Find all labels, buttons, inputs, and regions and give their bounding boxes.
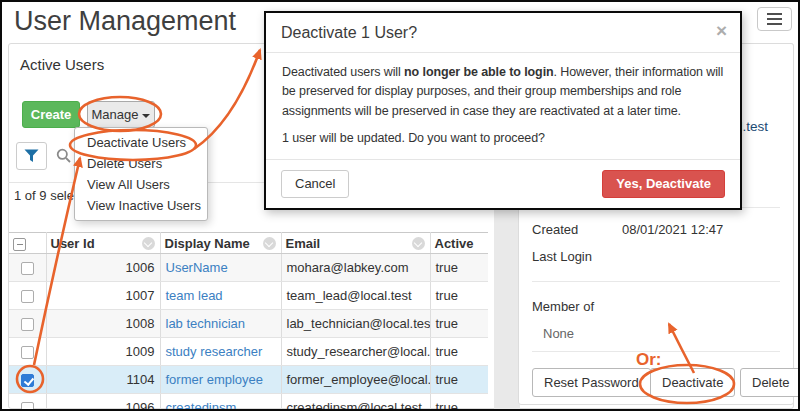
user-id-cell: 1008 — [46, 310, 160, 338]
grid-body: 1006UserNamemohara@labkey.comtrue1007tea… — [9, 254, 488, 410]
display-name-cell: study researcher — [160, 338, 281, 366]
search-icon — [56, 148, 72, 168]
display-name-cell: team lead — [160, 282, 281, 310]
close-icon[interactable]: × — [716, 21, 727, 40]
deactivate-button[interactable]: Deactivate — [650, 368, 735, 397]
column-header-user-id[interactable]: User Id — [46, 233, 160, 254]
table-row[interactable]: 1104former employeeformer_employee@local… — [9, 366, 488, 394]
row-checkbox-cell[interactable] — [9, 394, 46, 410]
user-id-cell: 1104 — [46, 366, 160, 394]
row-checkbox-cell[interactable] — [9, 366, 46, 394]
manage-menu: Deactivate UsersDelete UsersView All Use… — [74, 127, 208, 221]
email-cell: lab_technician@local.test — [281, 310, 430, 338]
email-cell: createdinsm@local.test — [281, 394, 430, 410]
display-name-cell: former employee — [160, 366, 281, 394]
filter-button[interactable] — [16, 142, 47, 170]
funnel-icon — [24, 149, 39, 163]
row-checkbox-cell[interactable] — [9, 338, 46, 366]
reset-password-button[interactable]: Reset Password — [532, 368, 651, 397]
row-checkbox-cell[interactable] — [9, 310, 46, 338]
row-checkbox[interactable] — [21, 290, 34, 303]
user-id-cell: 1009 — [46, 338, 160, 366]
active-cell: true — [430, 282, 488, 310]
table-header-row: User Id Display Name Email Active — [9, 233, 488, 254]
yes-deactivate-button[interactable]: Yes, Deactivate — [602, 170, 725, 198]
row-checkbox[interactable] — [21, 346, 34, 359]
user-display-name-link[interactable]: createdinsm — [166, 400, 237, 409]
modal-footer: Cancel Yes, Deactivate — [266, 159, 740, 208]
email-cell: former_employee@local.test — [281, 366, 430, 394]
user-display-name-link[interactable]: team lead — [166, 288, 223, 303]
modal-title: Deactivate 1 User? — [281, 24, 417, 41]
user-id-cell: 1006 — [46, 254, 160, 282]
user-display-name-link[interactable]: lab technician — [166, 316, 246, 331]
member-of-label: Member of — [532, 299, 594, 314]
created-value: 08/01/2021 12:47 — [622, 222, 723, 237]
active-cell: true — [430, 338, 488, 366]
created-label: Created — [532, 222, 578, 237]
modal-question: 1 user will be updated. Do you want to p… — [282, 129, 724, 148]
table-row[interactable]: 1096createdinsmcreatedinsm@local.testtru… — [9, 394, 488, 410]
delete-button[interactable]: Delete — [740, 368, 800, 397]
manage-menu-item[interactable]: View All Users — [75, 174, 207, 195]
email-cell: team_lead@local.test — [281, 282, 430, 310]
deactivate-user-modal: Deactivate 1 User? × Deactivated users w… — [264, 11, 742, 210]
select-all-header-cell[interactable] — [9, 233, 46, 254]
manage-menu-item[interactable]: Deactivate Users — [75, 132, 207, 153]
modal-message: Deactivated users will no longer be able… — [282, 63, 724, 121]
column-header-email[interactable]: Email — [281, 233, 430, 254]
column-header-display-name[interactable]: Display Name — [160, 233, 281, 254]
caret-down-icon — [142, 114, 150, 118]
user-display-name-link[interactable]: study researcher — [166, 344, 263, 359]
active-cell: true — [430, 310, 488, 338]
table-row[interactable]: 1008lab technicianlab_technician@local.t… — [9, 310, 488, 338]
member-of-value: None — [543, 326, 574, 341]
manage-menu-item[interactable]: Delete Users — [75, 153, 207, 174]
page-title: User Management — [14, 6, 236, 37]
table-row[interactable]: 1007team leadteam_lead@local.testtrue — [9, 282, 488, 310]
display-name-cell: UserName — [160, 254, 281, 282]
user-id-cell: 1007 — [46, 282, 160, 310]
panel-heading: Active Users — [20, 56, 104, 73]
manage-menu-item[interactable]: View Inactive Users — [75, 195, 207, 216]
row-checkbox[interactable] — [21, 318, 34, 331]
cancel-button[interactable]: Cancel — [281, 170, 349, 198]
users-grid: User Id Display Name Email Active 1006Us… — [9, 232, 488, 409]
details-divider — [532, 281, 780, 282]
user-display-name-link[interactable]: former employee — [166, 372, 264, 387]
sort-icon[interactable] — [412, 237, 425, 250]
row-checkbox[interactable] — [21, 374, 34, 387]
or-annotation-label: Or: — [636, 350, 662, 370]
email-cell: study_researcher@local.test — [281, 338, 430, 366]
last-login-label: Last Login — [532, 249, 592, 264]
user-management-screen: User Management Active Users Create Mana… — [0, 0, 800, 415]
table-row[interactable]: 1006UserNamemohara@labkey.comtrue — [9, 254, 488, 282]
user-id-cell: 1096 — [46, 394, 160, 410]
active-cell: true — [430, 394, 488, 410]
sort-icon[interactable] — [263, 237, 276, 250]
sort-icon[interactable] — [142, 237, 155, 250]
modal-body: Deactivated users will no longer be able… — [266, 53, 740, 159]
display-name-cell: createdinsm — [160, 394, 281, 410]
email-cell: mohara@labkey.com — [281, 254, 430, 282]
display-name-cell: lab technician — [160, 310, 281, 338]
hamburger-menu-button[interactable] — [757, 7, 792, 31]
select-all-checkbox[interactable] — [13, 238, 26, 251]
row-checkbox-cell[interactable] — [9, 282, 46, 310]
row-checkbox-cell[interactable] — [9, 254, 46, 282]
manage-button[interactable]: Manage — [87, 101, 155, 128]
table-row[interactable]: 1009study researcherstudy_researcher@loc… — [9, 338, 488, 366]
column-header-active[interactable]: Active — [430, 233, 488, 254]
row-checkbox[interactable] — [21, 262, 34, 275]
modal-header: Deactivate 1 User? × — [266, 13, 740, 53]
active-cell: true — [430, 366, 488, 394]
active-cell: true — [430, 254, 488, 282]
row-checkbox[interactable] — [21, 402, 34, 409]
create-button[interactable]: Create — [22, 101, 80, 128]
user-display-name-link[interactable]: UserName — [166, 260, 228, 275]
